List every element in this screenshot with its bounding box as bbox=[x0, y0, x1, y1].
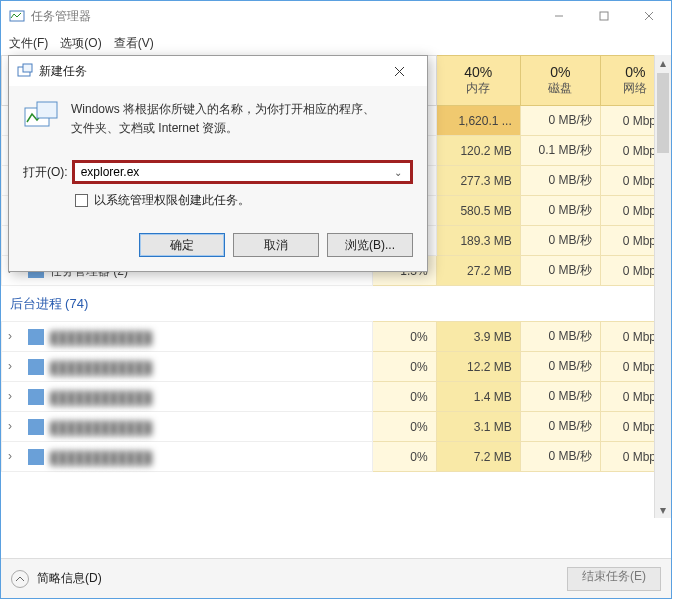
footer: 简略信息(D) 结束任务(E) bbox=[1, 558, 671, 598]
table-row[interactable]: ›████████████0%3.9 MB0 MB/秒0 Mbps bbox=[2, 322, 671, 352]
process-icon bbox=[28, 389, 44, 405]
process-name-blurred: ████████████ bbox=[50, 451, 152, 465]
run-large-icon bbox=[23, 100, 59, 132]
dialog-close-button[interactable] bbox=[379, 57, 419, 85]
app-icon bbox=[9, 8, 25, 24]
menu-view[interactable]: 查看(V) bbox=[114, 35, 154, 52]
expand-icon[interactable]: › bbox=[8, 329, 12, 343]
process-name-blurred: ████████████ bbox=[50, 421, 152, 435]
dialog-titlebar: 新建任务 bbox=[9, 56, 427, 86]
table-row[interactable]: ›████████████0%3.1 MB0 MB/秒0 Mbps bbox=[2, 412, 671, 442]
run-icon bbox=[17, 63, 33, 79]
open-input[interactable] bbox=[79, 164, 390, 180]
svg-rect-10 bbox=[37, 102, 57, 118]
col-disk[interactable]: 0%磁盘 bbox=[520, 56, 600, 106]
col-memory[interactable]: 40%内存 bbox=[436, 56, 520, 106]
process-name-blurred: ████████████ bbox=[50, 361, 152, 375]
svg-rect-2 bbox=[600, 12, 608, 20]
menu-file[interactable]: 文件(F) bbox=[9, 35, 48, 52]
scroll-down-icon[interactable]: ▾ bbox=[655, 502, 671, 518]
process-name-blurred: ████████████ bbox=[50, 331, 152, 345]
process-name-blurred: ████████████ bbox=[50, 391, 152, 405]
close-icon bbox=[394, 66, 405, 77]
menu-options[interactable]: 选项(O) bbox=[60, 35, 101, 52]
brief-info-label[interactable]: 简略信息(D) bbox=[37, 570, 102, 587]
process-icon bbox=[28, 449, 44, 465]
dropdown-icon[interactable]: ⌄ bbox=[390, 167, 406, 178]
collapse-button[interactable] bbox=[11, 570, 29, 588]
scroll-up-icon[interactable]: ▴ bbox=[655, 55, 671, 71]
run-dialog: 新建任务 Windows 将根据你所键入的名称，为你打开相应的程序、 文件夹、文… bbox=[8, 55, 428, 272]
maximize-button[interactable] bbox=[581, 1, 626, 31]
scroll-thumb[interactable] bbox=[657, 73, 669, 153]
expand-icon[interactable]: › bbox=[8, 359, 12, 373]
ok-button[interactable]: 确定 bbox=[139, 233, 225, 257]
open-label: 打开(O): bbox=[23, 164, 68, 181]
menubar: 文件(F) 选项(O) 查看(V) bbox=[1, 31, 671, 55]
table-row[interactable]: ›████████████0%1.4 MB0 MB/秒0 Mbps bbox=[2, 382, 671, 412]
process-icon bbox=[28, 359, 44, 375]
open-combobox[interactable]: ⌄ bbox=[72, 160, 413, 184]
dialog-title: 新建任务 bbox=[39, 63, 379, 80]
process-icon bbox=[28, 419, 44, 435]
window-title: 任务管理器 bbox=[31, 8, 91, 25]
task-manager-window: 任务管理器 文件(F) 选项(O) 查看(V) 40%内存 0%磁盘 0%网络 … bbox=[0, 0, 672, 599]
dialog-message: Windows 将根据你所键入的名称，为你打开相应的程序、 文件夹、文档或 In… bbox=[71, 100, 375, 138]
cancel-button[interactable]: 取消 bbox=[233, 233, 319, 257]
expand-icon[interactable]: › bbox=[8, 389, 12, 403]
svg-rect-6 bbox=[23, 64, 32, 72]
section-header: 后台进程 (74) bbox=[2, 286, 671, 322]
titlebar: 任务管理器 bbox=[1, 1, 671, 31]
end-task-button[interactable]: 结束任务(E) bbox=[567, 567, 661, 591]
admin-checkbox[interactable] bbox=[75, 194, 88, 207]
table-row[interactable]: ›████████████0%7.2 MB0 MB/秒0 Mbps bbox=[2, 442, 671, 472]
admin-checkbox-label: 以系统管理权限创建此任务。 bbox=[94, 192, 250, 209]
expand-icon[interactable]: › bbox=[8, 419, 12, 433]
close-button[interactable] bbox=[626, 1, 671, 31]
minimize-button[interactable] bbox=[536, 1, 581, 31]
browse-button[interactable]: 浏览(B)... bbox=[327, 233, 413, 257]
table-row[interactable]: ›████████████0%12.2 MB0 MB/秒0 Mbps bbox=[2, 352, 671, 382]
expand-icon[interactable]: › bbox=[8, 449, 12, 463]
vertical-scrollbar[interactable]: ▴ ▾ bbox=[654, 55, 671, 518]
chevron-up-icon bbox=[15, 574, 25, 584]
process-icon bbox=[28, 329, 44, 345]
